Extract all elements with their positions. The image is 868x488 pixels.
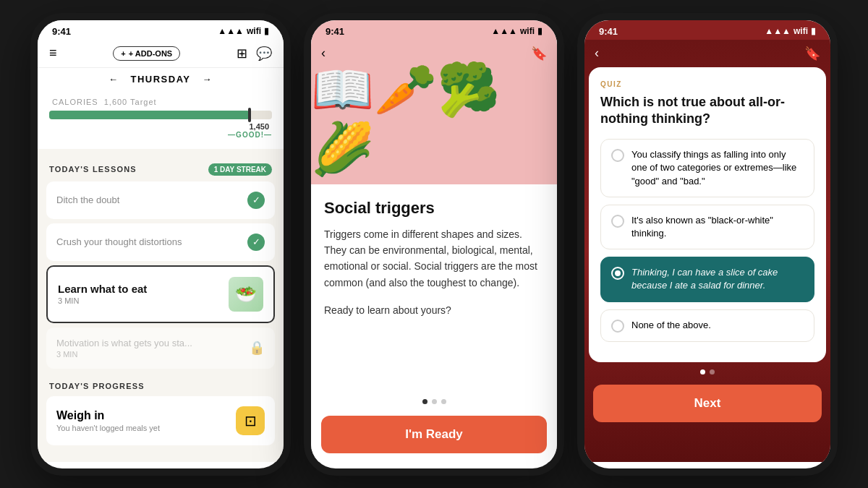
calorie-bar	[49, 111, 272, 119]
quiz-option-1[interactable]: You classify things as falling into only…	[600, 139, 814, 197]
quiz-dots	[584, 362, 830, 382]
dot-3	[441, 399, 446, 404]
check-icon-1: ✓	[247, 192, 265, 209]
phones-container: 9:41 ▲▲▲ wifi ▮ ≡ + + ADD-ONS ⊞ 💬	[0, 0, 868, 488]
dot-1	[422, 399, 427, 404]
article-paragraph-1: Triggers come in different shapes and si…	[324, 226, 544, 291]
quiz-option-text-3: Thinking, I can have a slice of cake bec…	[631, 266, 804, 292]
quiz-option-text-1: You classify things as falling into only…	[631, 148, 804, 188]
battery-icon-2: ▮	[537, 26, 542, 36]
back-button[interactable]: ‹	[321, 46, 326, 61]
lessons-title: TODAY'S LESSONS	[49, 165, 137, 174]
chat-icon[interactable]: 💬	[256, 46, 272, 61]
quiz-option-3[interactable]: Thinking, I can have a slice of cake bec…	[600, 257, 814, 301]
day-nav: ← THURSDAY →	[38, 68, 284, 90]
wifi-icon: wifi	[247, 26, 261, 36]
calorie-number: 1,450	[49, 122, 272, 131]
status-icons-2: ▲▲▲ wifi ▮	[491, 26, 542, 36]
signal-icon-3: ▲▲▲	[765, 26, 791, 36]
radio-1	[611, 149, 624, 162]
calorie-status: —GOOD!—	[49, 131, 272, 139]
prev-day-button[interactable]: ←	[109, 74, 119, 85]
quiz-dot-1	[700, 369, 705, 374]
menu-icon[interactable]: ≡	[49, 46, 57, 61]
battery-icon-3: ▮	[811, 26, 816, 36]
article-dots	[311, 393, 557, 410]
lesson-sub-4: 3 MIN	[56, 350, 192, 359]
add-ons-label: + ADD-ONS	[129, 49, 172, 58]
lessons-header: TODAY'S LESSONS 1 DAY STREAK	[38, 155, 284, 181]
bookmark-button[interactable]: 🔖	[531, 46, 547, 61]
wifi-icon-2: wifi	[520, 26, 535, 36]
weigh-title: Weigh in	[56, 409, 160, 422]
streak-badge: 1 DAY STREAK	[208, 163, 272, 176]
im-ready-button[interactable]: I'm Ready	[321, 416, 547, 453]
quiz-dot-2	[710, 369, 715, 374]
header-icons: ⊞ 💬	[237, 46, 272, 61]
status-time-2: 9:41	[326, 26, 344, 37]
quiz-option-text-2: It's also known as "black-or-white" thin…	[631, 214, 804, 240]
quiz-label: QUIZ	[600, 80, 814, 88]
plus-icon: +	[121, 49, 125, 58]
lesson-3-info: Learn what to eat 3 MIN	[58, 283, 147, 305]
calories-section: CALORIES 1,600 Target 1,450 —GOOD!—	[38, 90, 284, 149]
check-icon-2: ✓	[247, 234, 265, 251]
progress-header: TODAY'S PROGRESS	[38, 373, 284, 396]
quiz-card: QUIZ Which is not true about all-or-noth…	[589, 67, 826, 362]
phone2-content: ‹ 🔖 📖🥕🥦🌽 Social triggers Triggers come i…	[311, 40, 557, 462]
calorie-bar-fill	[49, 111, 250, 119]
calorie-marker	[248, 108, 251, 122]
quiz-option-text-4: None of the above.	[631, 319, 711, 332]
lesson-item-3[interactable]: Learn what to eat 3 MIN 🥗	[46, 265, 275, 323]
progress-title: TODAY'S PROGRESS	[49, 382, 145, 390]
radio-3	[611, 267, 624, 280]
status-bar-3: 9:41 ▲▲▲ wifi ▮	[584, 20, 830, 40]
lesson-item-1[interactable]: Ditch the doubt ✓	[46, 181, 275, 219]
signal-icon: ▲▲▲	[218, 26, 244, 36]
quiz-nav: ‹ 🔖	[584, 40, 830, 67]
radio-inner-3	[615, 270, 621, 276]
article-body: Social triggers Triggers come in differe…	[311, 184, 557, 393]
status-bar-1: 9:41 ▲▲▲ wifi ▮	[38, 20, 284, 40]
phone1-header: ≡ + + ADD-ONS ⊞ 💬	[38, 40, 284, 68]
phone-3: 9:41 ▲▲▲ wifi ▮ ‹ 🔖 QUIZ Which is not tr…	[577, 13, 838, 476]
article-text: Triggers come in different shapes and si…	[324, 226, 544, 319]
lesson-item-2[interactable]: Crush your thought distortions ✓	[46, 223, 275, 261]
article-nav: ‹ 🔖	[311, 46, 557, 61]
calories-label: CALORIES 1,600 Target	[49, 98, 272, 106]
lesson-title-3: Learn what to eat	[58, 283, 147, 295]
quiz-bookmark-button[interactable]: 🔖	[804, 46, 820, 61]
next-day-button[interactable]: →	[203, 74, 213, 85]
phone-1: 9:41 ▲▲▲ wifi ▮ ≡ + + ADD-ONS ⊞ 💬	[30, 13, 291, 476]
phone1-content: ≡ + + ADD-ONS ⊞ 💬 ← THURSDAY → CALOR	[38, 40, 284, 462]
dot-2	[432, 399, 437, 404]
lesson-title-2: Crush your thought distortions	[56, 236, 182, 247]
quiz-option-4[interactable]: None of the above.	[600, 309, 814, 342]
status-bar-2: 9:41 ▲▲▲ wifi ▮	[311, 20, 557, 40]
progress-card[interactable]: Weigh in You haven't logged meals yet ⊡	[46, 396, 275, 445]
lesson-sub-3: 3 MIN	[58, 296, 147, 305]
add-ons-button[interactable]: + + ADD-ONS	[113, 46, 180, 61]
next-button[interactable]: Next	[593, 385, 822, 422]
article-title: Social triggers	[324, 199, 544, 218]
status-icons-1: ▲▲▲ wifi ▮	[218, 26, 269, 36]
lesson-title-4: Motivation is what gets you sta...	[56, 338, 192, 348]
status-time-1: 9:41	[52, 26, 71, 37]
phone3-content: ‹ 🔖 QUIZ Which is not true about all-or-…	[584, 40, 830, 462]
quiz-option-2[interactable]: It's also known as "black-or-white" thin…	[600, 205, 814, 249]
signal-icon-2: ▲▲▲	[491, 26, 517, 36]
wifi-icon-3: wifi	[793, 26, 808, 36]
lesson-thumb-3: 🥗	[229, 277, 263, 312]
status-time-3: 9:41	[599, 26, 618, 37]
quiz-back-button[interactable]: ‹	[595, 46, 599, 61]
current-day: THURSDAY	[130, 74, 190, 85]
article-illustration: 📖🥕🥦🌽	[311, 60, 557, 179]
status-icons-3: ▲▲▲ wifi ▮	[765, 26, 816, 36]
article-image: ‹ 🔖 📖🥕🥦🌽	[311, 40, 557, 184]
lesson-item-4: Motivation is what gets you sta... 3 MIN…	[46, 328, 275, 369]
lesson-4-info: Motivation is what gets you sta... 3 MIN	[56, 338, 192, 359]
battery-icon: ▮	[264, 26, 269, 36]
recipe-icon[interactable]: ⊞	[237, 46, 247, 61]
article-paragraph-2: Ready to learn about yours?	[324, 302, 544, 318]
lesson-title-1: Ditch the doubt	[56, 194, 119, 205]
